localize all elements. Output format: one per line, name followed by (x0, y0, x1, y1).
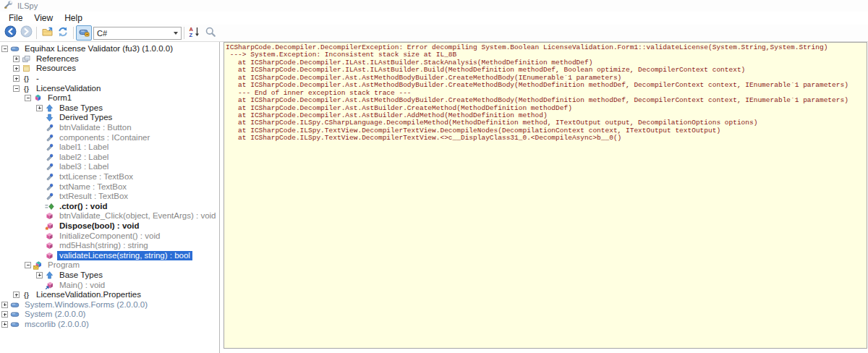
tree-item[interactable]: Derived Types (0, 113, 219, 123)
toolbar-separator (36, 27, 37, 39)
menu-item-file[interactable]: File (3, 12, 28, 24)
svg-text:{}: {} (24, 292, 29, 299)
chevron-down-icon (170, 27, 181, 39)
svg-text:{}: {} (24, 85, 29, 92)
field-icon (45, 172, 55, 182)
field-icon (45, 192, 55, 201)
collapse-icon[interactable] (25, 95, 31, 101)
tree-item-label: Resources (34, 64, 78, 73)
tree-item-label: components : IContainer (57, 133, 152, 143)
collapse-icon[interactable] (1, 46, 8, 52)
show-internal-api-toggle[interactable] (76, 25, 92, 41)
back-button[interactable] (2, 25, 18, 41)
assembly-icon (10, 300, 20, 310)
language-select[interactable]: C# (93, 27, 182, 40)
method-main-icon (45, 281, 55, 290)
assembly-icon (10, 310, 20, 319)
tree-item[interactable]: Base Types (0, 271, 219, 281)
expand-icon[interactable] (1, 302, 8, 308)
ctor-icon (45, 202, 55, 211)
tree-item-label: mscorlib (2.0.0.0) (22, 320, 91, 329)
namespace-icon: {} (22, 290, 32, 299)
tree-item[interactable]: validateLicense(string, string) : bool (0, 250, 219, 260)
svg-text:Z: Z (190, 32, 193, 38)
expand-icon[interactable] (13, 56, 20, 62)
namespace-icon: {} (22, 74, 32, 83)
tree-item[interactable]: Base Types (0, 103, 219, 114)
assembly-icon (10, 320, 20, 329)
class-internal-icon (33, 260, 43, 270)
reload-assemblies-button[interactable] (55, 25, 71, 41)
tree-item[interactable]: Program (0, 260, 219, 271)
menu-item-view[interactable]: View (28, 12, 59, 24)
tree-item[interactable]: .ctor() : void (0, 202, 219, 212)
tree-item[interactable]: {}- (0, 74, 219, 84)
tree-item-label: txtResult : TextBox (57, 192, 130, 201)
tree-item-label: Dispose(bool) : void (57, 221, 142, 231)
sort-az-icon: A Z (189, 26, 200, 41)
tree-item-label: txtLicense : TextBox (57, 172, 135, 182)
decompiler-textview[interactable]: ICSharpCode.Decompiler.DecompilerExcepti… (224, 42, 867, 349)
tree-item[interactable]: Main() : void (0, 280, 219, 290)
menu-item-help[interactable]: Help (59, 12, 88, 24)
tree-item[interactable]: Dispose(bool) : void (0, 221, 219, 231)
forward-button[interactable] (18, 25, 34, 41)
back-icon (4, 25, 17, 41)
sort-assemblies-button[interactable]: A Z (187, 25, 203, 41)
field-icon (45, 123, 55, 132)
toolbar-separator (184, 27, 184, 39)
tree-item[interactable]: md5Hash(string) : string (0, 241, 219, 251)
show-internal-toggle-icon (78, 26, 90, 41)
open-folder-icon (41, 26, 54, 41)
forward-icon (20, 25, 33, 41)
tree-item-label: btnValidate_Click(object, EventArgs) : v… (57, 211, 218, 221)
tree-item[interactable]: System (2.0.0.0) (0, 310, 219, 320)
tree-item[interactable]: label3 : Label (0, 162, 219, 172)
tree-item[interactable]: {}LicenseValidation (0, 83, 219, 93)
tree-item[interactable]: System.Windows.Forms (2.0.0.0) (0, 299, 219, 310)
expand-icon[interactable] (1, 311, 8, 318)
expand-icon[interactable] (13, 75, 20, 82)
tree-item[interactable]: components : IContainer (0, 132, 219, 143)
collapse-icon[interactable] (13, 85, 20, 92)
stack-trace-line: at ICSharpCode.Decompiler.Ast.AstMethodB… (226, 97, 867, 104)
tree-item[interactable]: txtLicense : TextBox (0, 172, 219, 182)
tree-item-label: System.Windows.Forms (2.0.0.0) (22, 300, 150, 310)
tree-item[interactable]: Equihax License Validator (fu3) (1.0.0.0… (0, 44, 219, 54)
tree-item[interactable]: References (0, 54, 219, 64)
tree-item[interactable]: InitializeComponent() : void (0, 231, 219, 241)
tree-item-label: label3 : Label (57, 162, 111, 171)
menu-bar: FileViewHelp (0, 12, 868, 25)
expand-icon[interactable] (13, 292, 20, 298)
tree-item[interactable]: btnValidate : Button (0, 123, 219, 133)
tree-item[interactable]: label1 : Label (0, 143, 219, 153)
assembly-tree[interactable]: Equihax License Validator (fu3) (1.0.0.0… (0, 42, 220, 353)
tree-item[interactable]: Resources (0, 64, 219, 74)
tree-item[interactable]: mscorlib (2.0.0.0) (0, 320, 219, 330)
tree-item-label: label1 : Label (57, 143, 111, 152)
tree-item[interactable]: txtResult : TextBox (0, 192, 219, 202)
expand-icon[interactable] (13, 65, 20, 72)
tree-item-label: Base Types (57, 103, 105, 113)
toolbar: C# A Z (0, 25, 868, 41)
tree-item[interactable]: txtName : TextBox (0, 182, 219, 192)
field-icon (45, 182, 55, 192)
tree-item-label: txtName : TextBox (57, 182, 129, 192)
expand-icon[interactable] (36, 105, 43, 111)
expand-icon[interactable] (36, 272, 43, 278)
tree-item[interactable]: Form1 (0, 93, 219, 103)
search-button[interactable] (203, 25, 218, 41)
tree-item[interactable]: btnValidate_Click(object, EventArgs) : v… (0, 211, 219, 221)
expand-icon[interactable] (1, 321, 8, 328)
tree-item-label: Program (46, 260, 82, 270)
tree-item-label: Base Types (57, 271, 105, 280)
tree-item-label: LicenseValidation.Properties (34, 290, 143, 299)
tree-item[interactable]: label2 : Label (0, 153, 219, 163)
field-icon (45, 162, 55, 171)
refresh-icon (57, 26, 69, 41)
tree-item-label: References (34, 54, 81, 64)
collapse-icon[interactable] (25, 262, 31, 268)
open-assembly-button[interactable] (39, 25, 55, 41)
arrow-up-icon (45, 103, 55, 113)
tree-item[interactable]: {}LicenseValidation.Properties (0, 290, 219, 300)
